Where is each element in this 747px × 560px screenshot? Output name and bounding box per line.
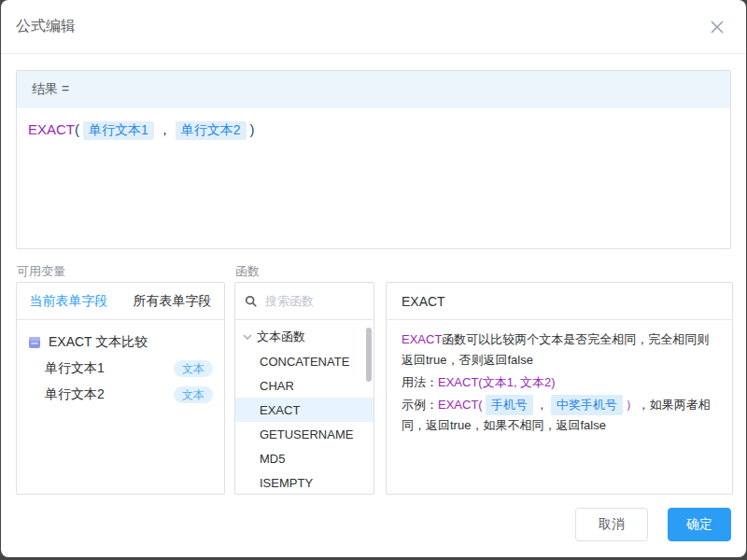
- result-bar: 结果 =: [17, 71, 730, 108]
- detail-desc-text: 函数可以比较两个文本是否完全相同，完全相同则返回true，否则返回false: [402, 332, 709, 367]
- tree-root-node[interactable]: EXACT 文本比较: [17, 329, 224, 356]
- detail-desc-fn: EXACT: [402, 332, 442, 346]
- dialog-footer: 取消 确定: [575, 508, 731, 541]
- page-title: 公式编辑: [16, 17, 76, 36]
- formula-comma: ，: [158, 121, 172, 137]
- detail-example-line: 示例：EXACT(手机号，中奖手机号），如果两者相同，返回true，如果不相同，…: [402, 395, 717, 436]
- function-search[interactable]: 搜索函数: [235, 283, 374, 320]
- formula-function-name: EXACT: [28, 121, 75, 137]
- example-arg-chip: 手机号: [486, 395, 533, 415]
- detail-function-title: EXACT: [387, 283, 732, 320]
- usage-label: 用法：: [402, 375, 438, 389]
- variables-label: 可用变量: [17, 263, 65, 280]
- example-comma: ，: [536, 398, 548, 412]
- search-input[interactable]: 搜索函数: [265, 293, 314, 310]
- chevron-down-icon: [243, 332, 252, 342]
- formula-arg-chip[interactable]: 单行文本1: [83, 121, 154, 140]
- dialog-header: 公式编辑: [1, 0, 746, 54]
- detail-description: EXACT函数可以比较两个文本是否完全相同，完全相同则返回true，否则返回fa…: [387, 320, 732, 447]
- function-list: 文本函数 CONCATENATE CHAR EXACT GETUSERNAME …: [235, 320, 374, 495]
- formula-edit-dialog: 公式编辑 结果 = EXACT(单行文本1，单行文本2) 可用变量 函数 当前表…: [1, 0, 746, 557]
- formula-expression[interactable]: EXACT(单行文本1，单行文本2): [17, 108, 730, 153]
- field-type-badge: 文本: [174, 386, 213, 403]
- function-item-md5[interactable]: MD5: [235, 446, 374, 470]
- function-group-text[interactable]: 文本函数: [235, 325, 374, 349]
- field-name: 单行文本2: [45, 386, 105, 403]
- tab-all-form-fields[interactable]: 所有表单字段: [120, 283, 224, 319]
- result-label: 结果 =: [32, 81, 69, 98]
- example-close: ）: [626, 398, 638, 412]
- cancel-button[interactable]: 取消: [575, 508, 648, 541]
- function-item-concatenate[interactable]: CONCATENATE: [235, 349, 374, 373]
- function-item-exact[interactable]: EXACT: [235, 398, 374, 422]
- formula-arg-chip[interactable]: 单行文本2: [176, 121, 247, 140]
- search-icon: [245, 295, 258, 308]
- detail-desc-line: EXACT函数可以比较两个文本是否完全相同，完全相同则返回true，否则返回fa…: [402, 329, 717, 371]
- variables-tree: EXACT 文本比较 单行文本1 文本 单行文本2 文本: [17, 320, 224, 408]
- function-group-label: 文本函数: [257, 329, 305, 345]
- example-fn: EXACT(: [438, 398, 483, 412]
- function-item-getusername[interactable]: GETUSERNAME: [235, 422, 374, 446]
- close-icon[interactable]: [707, 17, 727, 37]
- usage-code: EXACT(文本1, 文本2): [438, 375, 556, 389]
- function-item-char[interactable]: CHAR: [235, 373, 374, 398]
- detail-usage-line: 用法：EXACT(文本1, 文本2): [402, 372, 717, 393]
- function-item-isempty[interactable]: ISEMPTY: [235, 470, 374, 495]
- tab-current-form-fields[interactable]: 当前表单字段: [17, 283, 120, 319]
- example-arg-chip: 中奖手机号: [551, 395, 623, 415]
- field-name: 单行文本1: [45, 360, 105, 377]
- confirm-button[interactable]: 确定: [668, 508, 731, 541]
- field-type-badge: 文本: [174, 360, 213, 377]
- list-item[interactable]: 单行文本2 文本: [17, 382, 224, 408]
- formula-paren-open: (: [75, 121, 79, 137]
- functions-panel: 搜索函数 文本函数 CONCATENATE CHAR EXACT GETUSER…: [234, 282, 374, 495]
- variables-panel: 当前表单字段 所有表单字段 EXACT 文本比较 单行文本1 文本 单行文本2 …: [16, 282, 225, 495]
- tree-root-label: EXACT 文本比较: [49, 334, 148, 351]
- variables-tabs: 当前表单字段 所有表单字段: [17, 283, 224, 320]
- scrollbar-thumb[interactable]: [366, 328, 372, 382]
- function-detail-panel: EXACT EXACT函数可以比较两个文本是否完全相同，完全相同则返回true，…: [386, 282, 733, 495]
- formula-paren-close: ): [250, 121, 255, 137]
- formula-editor[interactable]: 结果 = EXACT(单行文本1，单行文本2): [16, 70, 731, 249]
- functions-label: 函数: [235, 263, 260, 280]
- form-doc-icon: [28, 336, 41, 349]
- example-label: 示例：: [402, 398, 438, 412]
- list-item[interactable]: 单行文本1 文本: [17, 356, 224, 382]
